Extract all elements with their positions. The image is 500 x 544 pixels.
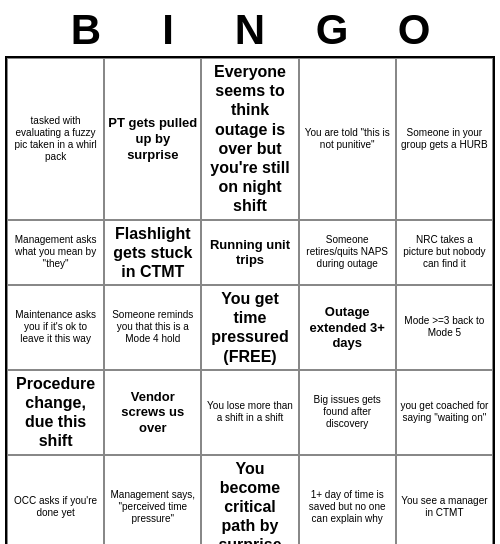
- bingo-cell-text-22: You become critical path by surprise: [205, 459, 294, 544]
- bingo-cell-16[interactable]: Vendor screws us over: [104, 370, 201, 455]
- bingo-cell-5[interactable]: Management asks what you mean by "they": [7, 220, 104, 286]
- bingo-letter-n: N: [209, 6, 291, 54]
- bingo-cell-text-15: Procedure change, due this shift: [11, 374, 100, 451]
- bingo-cell-17[interactable]: You lose more than a shift in a shift: [201, 370, 298, 455]
- bingo-cell-1[interactable]: PT gets pulled up by surprise: [104, 58, 201, 220]
- bingo-cell-text-20: OCC asks if you're done yet: [11, 495, 100, 519]
- bingo-cell-text-1: PT gets pulled up by surprise: [108, 115, 197, 162]
- bingo-cell-20[interactable]: OCC asks if you're done yet: [7, 455, 104, 544]
- bingo-cell-4[interactable]: Someone in your group gets a HURB: [396, 58, 493, 220]
- bingo-letter-g: G: [291, 6, 373, 54]
- bingo-cell-15[interactable]: Procedure change, due this shift: [7, 370, 104, 455]
- bingo-cell-text-2: Everyone seems to think outage is over b…: [205, 62, 294, 216]
- bingo-cell-7[interactable]: Running unit trips: [201, 220, 298, 286]
- bingo-cell-text-0: tasked with evaluating a fuzzy pic taken…: [11, 115, 100, 163]
- bingo-cell-14[interactable]: Mode >=3 back to Mode 5: [396, 285, 493, 370]
- bingo-cell-text-13: Outage extended 3+ days: [303, 304, 392, 351]
- bingo-cell-text-4: Someone in your group gets a HURB: [400, 127, 489, 151]
- bingo-cell-text-3: You are told "this is not punitive": [303, 127, 392, 151]
- bingo-letter-o: O: [373, 6, 455, 54]
- bingo-cell-18[interactable]: Big issues gets found after discovery: [299, 370, 396, 455]
- bingo-cell-10[interactable]: Maintenance asks you if it's ok to leave…: [7, 285, 104, 370]
- bingo-cell-8[interactable]: Someone retires/quits NAPS during outage: [299, 220, 396, 286]
- bingo-cell-text-23: 1+ day of time is saved but no one can e…: [303, 489, 392, 525]
- bingo-cell-12[interactable]: You get time pressured (FREE): [201, 285, 298, 370]
- bingo-cell-text-6: Flashlight gets stuck in CTMT: [108, 224, 197, 282]
- bingo-cell-text-5: Management asks what you mean by "they": [11, 234, 100, 270]
- bingo-cell-text-24: You see a manager in CTMT: [400, 495, 489, 519]
- bingo-cell-text-11: Someone reminds you that this is a Mode …: [108, 309, 197, 345]
- bingo-cell-text-7: Running unit trips: [205, 237, 294, 268]
- bingo-cell-6[interactable]: Flashlight gets stuck in CTMT: [104, 220, 201, 286]
- bingo-cell-2[interactable]: Everyone seems to think outage is over b…: [201, 58, 298, 220]
- bingo-cell-22[interactable]: You become critical path by surprise: [201, 455, 298, 544]
- bingo-letter-b: B: [45, 6, 127, 54]
- bingo-cell-text-16: Vendor screws us over: [108, 389, 197, 436]
- bingo-cell-23[interactable]: 1+ day of time is saved but no one can e…: [299, 455, 396, 544]
- bingo-cell-text-9: NRC takes a picture but nobody can find …: [400, 234, 489, 270]
- bingo-letter-i: I: [127, 6, 209, 54]
- bingo-grid: tasked with evaluating a fuzzy pic taken…: [5, 56, 495, 544]
- bingo-cell-24[interactable]: You see a manager in CTMT: [396, 455, 493, 544]
- bingo-cell-13[interactable]: Outage extended 3+ days: [299, 285, 396, 370]
- bingo-cell-21[interactable]: Management says, "perceived time pressur…: [104, 455, 201, 544]
- bingo-cell-text-10: Maintenance asks you if it's ok to leave…: [11, 309, 100, 345]
- bingo-cell-9[interactable]: NRC takes a picture but nobody can find …: [396, 220, 493, 286]
- bingo-cell-text-18: Big issues gets found after discovery: [303, 394, 392, 430]
- bingo-header: BINGO: [0, 0, 500, 56]
- bingo-cell-text-21: Management says, "perceived time pressur…: [108, 489, 197, 525]
- bingo-cell-11[interactable]: Someone reminds you that this is a Mode …: [104, 285, 201, 370]
- bingo-cell-3[interactable]: You are told "this is not punitive": [299, 58, 396, 220]
- bingo-cell-text-8: Someone retires/quits NAPS during outage: [303, 234, 392, 270]
- bingo-cell-text-14: Mode >=3 back to Mode 5: [400, 315, 489, 339]
- bingo-cell-text-19: you get coached for saying "waiting on": [400, 400, 489, 424]
- bingo-cell-text-12: You get time pressured (FREE): [205, 289, 294, 366]
- bingo-cell-text-17: You lose more than a shift in a shift: [205, 400, 294, 424]
- bingo-cell-19[interactable]: you get coached for saying "waiting on": [396, 370, 493, 455]
- bingo-cell-0[interactable]: tasked with evaluating a fuzzy pic taken…: [7, 58, 104, 220]
